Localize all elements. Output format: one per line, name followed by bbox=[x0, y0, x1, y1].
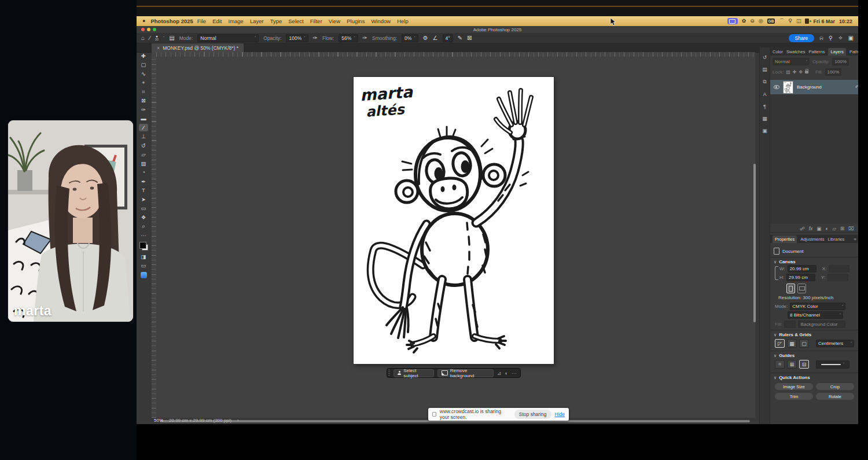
vertical-scrollbar[interactable] bbox=[753, 164, 756, 322]
tab-patterns[interactable]: Patterns bbox=[808, 49, 825, 54]
menu-layer[interactable]: Layer bbox=[250, 18, 264, 24]
character-panel-icon[interactable]: A bbox=[763, 91, 766, 97]
discover-icon[interactable]: ✧ bbox=[838, 35, 843, 41]
actions-panel-icon[interactable]: ▣ bbox=[762, 128, 767, 134]
color-swatches[interactable] bbox=[139, 242, 148, 251]
layer-name[interactable]: Background bbox=[797, 84, 822, 90]
taskbar-more-button[interactable]: ··· bbox=[512, 370, 517, 376]
delete-layer-icon[interactable]: ⌧ bbox=[848, 226, 854, 231]
layer-thumbnail[interactable] bbox=[783, 81, 793, 94]
edit-in-app-icon[interactable] bbox=[141, 272, 147, 278]
tab-color[interactable]: Color bbox=[773, 49, 783, 54]
rulers-toggle-icon[interactable]: ◸ bbox=[775, 339, 785, 348]
flow-select[interactable]: 56%ˇ bbox=[339, 34, 358, 42]
menu-select[interactable]: Select bbox=[288, 18, 303, 24]
brush-preset-chevron[interactable]: ˇ bbox=[163, 36, 164, 40]
pen-tool[interactable]: ✒ bbox=[139, 178, 148, 185]
layers-list-empty-area[interactable] bbox=[770, 94, 858, 224]
tab-paths[interactable]: Paths bbox=[849, 49, 858, 54]
path-selection-tool[interactable]: ➤ bbox=[139, 196, 148, 203]
layer-fill-field[interactable]: 100% bbox=[825, 68, 841, 76]
taskbar-drag-handle[interactable] bbox=[388, 370, 390, 376]
menu-window[interactable]: Window bbox=[371, 18, 391, 24]
clone-stamp-tool[interactable]: ⊥ bbox=[139, 133, 148, 141]
paragraph-panel-icon[interactable]: ¶ bbox=[763, 104, 766, 109]
screen-mode-button[interactable]: ▭ bbox=[139, 262, 148, 270]
color-mode-select[interactable]: CMYK Colorˇ bbox=[790, 303, 845, 310]
properties-menu-icon[interactable]: ≡ bbox=[854, 237, 856, 242]
height-field[interactable]: 29.99 cm bbox=[786, 274, 815, 281]
canvas-area[interactable] bbox=[156, 57, 755, 418]
y-field[interactable] bbox=[827, 274, 848, 281]
dodge-tool[interactable]: ◔ bbox=[139, 169, 148, 176]
menu-file[interactable]: File bbox=[197, 18, 206, 24]
opacity-select[interactable]: 100%ˇ bbox=[286, 34, 308, 42]
lasso-tool[interactable]: ∿ bbox=[139, 70, 148, 78]
menu-edit[interactable]: Edit bbox=[212, 18, 222, 24]
brush-tool-icon[interactable]: ∕ bbox=[149, 35, 150, 41]
canvas-fill-select[interactable]: Background Color bbox=[798, 321, 845, 328]
smoothing-select[interactable]: 0%ˇ bbox=[402, 34, 418, 42]
crop-action-icon[interactable]: ⊿ bbox=[497, 370, 502, 376]
apple-menu-icon[interactable]: ● bbox=[142, 19, 145, 24]
quick-mask-button[interactable]: ◨ bbox=[139, 253, 148, 260]
menu-plugins[interactable]: Plugins bbox=[347, 18, 365, 24]
new-guide-icon[interactable]: ⌗ bbox=[775, 360, 785, 369]
menu-help[interactable]: Help bbox=[397, 18, 409, 24]
remove-background-button[interactable]: Remove background bbox=[437, 369, 494, 377]
zoom-tool[interactable]: ⌕ bbox=[139, 223, 148, 230]
search-icon[interactable]: ⚲ bbox=[829, 35, 833, 41]
focus-status-icon[interactable]: ⊖ bbox=[750, 19, 755, 24]
guide-style-select[interactable]: ˇ bbox=[816, 360, 849, 369]
tab-layers[interactable]: Layers bbox=[828, 48, 846, 56]
history-panel-icon[interactable]: ↺ bbox=[763, 54, 767, 60]
spotlight-search-icon[interactable]: ⚲ bbox=[788, 19, 792, 24]
document-tab[interactable]: × MONKEY.psd @ 50% (CMYK/8*) * bbox=[152, 43, 244, 52]
menu-type[interactable]: Type bbox=[270, 18, 282, 24]
opacity-pressure-icon[interactable]: ✑ bbox=[313, 35, 318, 41]
canvas-section-header[interactable]: ∨Canvas bbox=[774, 259, 796, 264]
menu-time[interactable]: 10:22 bbox=[839, 19, 852, 24]
x-field[interactable] bbox=[829, 265, 849, 273]
history-brush-tool[interactable]: ↺ bbox=[139, 142, 148, 149]
swirl-status-icon[interactable]: ◎ bbox=[759, 19, 763, 24]
link-layers-icon[interactable]: ☍ bbox=[800, 226, 805, 231]
select-subject-button[interactable]: Select subject bbox=[393, 369, 435, 377]
lock-transparency-icon[interactable]: ▨ bbox=[786, 69, 790, 75]
airbrush-icon[interactable]: ✑ bbox=[363, 35, 367, 41]
smoothing-gear-icon[interactable]: ⚙ bbox=[423, 35, 428, 41]
object-selection-tool[interactable]: ⌖ bbox=[139, 79, 148, 87]
crop-button[interactable]: Crop bbox=[816, 383, 854, 390]
brush-tool[interactable]: ∕ bbox=[139, 124, 148, 131]
portrait-orientation-button[interactable] bbox=[786, 284, 795, 293]
zoom-level[interactable]: 50% bbox=[154, 418, 163, 423]
wifi-icon[interactable]: ⌒ bbox=[779, 19, 784, 24]
flower-status-icon[interactable]: ✿ bbox=[742, 19, 746, 24]
lock-all-icon[interactable] bbox=[805, 71, 808, 73]
home-icon[interactable]: ⌂ bbox=[141, 35, 145, 41]
pressure-size-icon[interactable]: ✎ bbox=[458, 35, 462, 41]
gradient-tool[interactable]: ▨ bbox=[139, 160, 148, 167]
screen-recording-indicator-icon[interactable] bbox=[727, 18, 738, 24]
frame-tool[interactable]: ⊠ bbox=[139, 97, 148, 105]
healing-brush-tool[interactable]: ▬ bbox=[139, 115, 148, 123]
close-tab-icon[interactable]: × bbox=[157, 45, 160, 51]
tab-swatches[interactable]: Swatches bbox=[786, 49, 806, 54]
rotate-button[interactable]: Rotate bbox=[816, 393, 854, 400]
adjustment-layer-icon[interactable]: ◐ bbox=[825, 226, 828, 231]
landscape-orientation-button[interactable] bbox=[797, 284, 806, 293]
clone-source-panel-icon[interactable]: ⧉ bbox=[763, 79, 766, 85]
control-center-icon[interactable]: ◫ bbox=[796, 19, 801, 24]
lock-pixels-icon[interactable]: ✚ bbox=[793, 69, 797, 75]
more-tools-button[interactable]: ⋯ bbox=[139, 231, 148, 239]
eyedropper-tool[interactable]: ✑ bbox=[139, 106, 148, 113]
workspace-layout-icon[interactable]: ▣ bbox=[848, 35, 854, 41]
new-guide-layout-icon[interactable]: ⊞ bbox=[787, 360, 797, 369]
brush-angle-field[interactable]: 4° bbox=[443, 34, 453, 42]
symmetry-icon[interactable]: ⊠ bbox=[467, 35, 472, 41]
crop-tool[interactable]: ⌗ bbox=[139, 88, 148, 95]
move-tool[interactable]: ✚ bbox=[139, 52, 148, 60]
layer-row-background[interactable]: Background bbox=[770, 80, 858, 94]
notifications-bell-icon[interactable]: ⍾ bbox=[819, 35, 823, 41]
rulers-grids-header[interactable]: ∨Rulers & Grids bbox=[774, 332, 811, 337]
